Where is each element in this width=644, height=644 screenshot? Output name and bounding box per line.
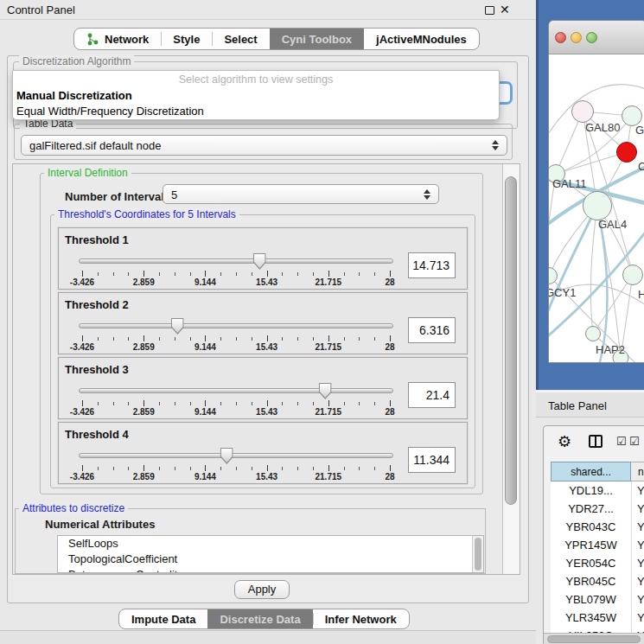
tick-mark (297, 337, 298, 341)
float-window-icon[interactable] (485, 6, 494, 15)
node-hap2[interactable] (585, 326, 601, 341)
popup-option-manual-discretization[interactable]: Manual Discretization (16, 89, 132, 102)
column-header-name[interactable]: na (631, 462, 644, 481)
tab-style[interactable]: Style (161, 29, 212, 49)
tick-mark (328, 465, 329, 471)
slider-thumb[interactable] (319, 383, 332, 399)
table-row[interactable]: YBR045CYBR0 (551, 572, 644, 590)
attribute-list-item[interactable]: TopologicalCoefficient (58, 552, 483, 567)
cell-shared-name[interactable]: YBR045C (551, 572, 631, 590)
table-row[interactable]: YPR145WYPR1 (551, 536, 644, 554)
tick-label: 28 (385, 472, 394, 481)
threshold-4-slider[interactable]: -3.4262.8599.14415.4321.71528 (79, 448, 393, 481)
table-panel-titlebar: Table Panel (536, 391, 644, 418)
cell-shared-name[interactable]: YDR27... (551, 500, 631, 518)
cell-name[interactable]: YPR1 (631, 536, 644, 554)
tick-label: 21.715 (316, 407, 342, 417)
tab-infer-network[interactable]: Infer Network (313, 609, 409, 628)
close-icon[interactable]: ✕ (500, 3, 510, 16)
threshold-4-value-field[interactable] (408, 447, 456, 473)
popup-option-equal-width-frequency[interactable]: Equal Width/Frequency Discretization (16, 105, 204, 118)
number-of-intervals-combo[interactable]: 5 (163, 184, 439, 204)
cell-name[interactable]: YBR0 (631, 518, 644, 536)
tab-impute-data[interactable]: Impute Data (119, 609, 207, 628)
columns-icon[interactable] (589, 435, 603, 448)
scrollbar-thumb[interactable] (547, 635, 641, 643)
apply-button[interactable]: Apply (234, 580, 290, 599)
cell-shared-name[interactable]: YLR345W (551, 609, 631, 627)
table-row[interactable]: YDL19...YDL1 (551, 481, 644, 500)
column-header-shared-name[interactable]: shared... (551, 462, 631, 481)
gear-icon[interactable]: ⚙ (558, 432, 571, 451)
threshold-1-value-field[interactable] (408, 252, 456, 278)
tab-style-label: Style (173, 33, 200, 46)
tick-mark (252, 272, 252, 276)
table-row[interactable]: YDR27...YDR2 (551, 500, 644, 518)
cell-name[interactable]: YBL0 (631, 590, 644, 609)
tab-impute-data-label: Impute Data (131, 613, 195, 626)
numerical-attributes-list[interactable]: SelfLoopsTopologicalCoefficientBetweenne… (57, 535, 484, 573)
network-window-titlebar (549, 21, 644, 54)
attribute-list-item[interactable]: SelfLoops (58, 536, 483, 552)
tab-network[interactable]: Network (74, 29, 161, 49)
table-horizontal-scrollbar[interactable] (544, 633, 644, 644)
table-data-combo[interactable]: galFiltered.sif default node (21, 135, 507, 156)
cell-name[interactable]: YBR0 (631, 572, 644, 590)
top-tab-bar: Network Style Select Cyni Toolbox jActiv… (73, 28, 480, 50)
table-row[interactable]: YER054CYER0 (551, 554, 644, 572)
network-view-window[interactable]: GAL80 GA C GAL11 GAL4 GCY1 H HAP2 (548, 20, 644, 363)
main-vertical-scrollbar[interactable] (502, 164, 520, 574)
tick-mark (282, 337, 283, 341)
minimize-traffic-light-icon[interactable] (571, 32, 582, 43)
attribute-items: SelfLoopsTopologicalCoefficientBetweenne… (58, 536, 483, 573)
cell-name[interactable]: YLR3 (631, 609, 644, 627)
cell-shared-name[interactable]: YDL19... (551, 481, 631, 500)
slider-thumb[interactable] (171, 318, 184, 335)
cell-shared-name[interactable]: YPR145W (551, 536, 631, 554)
tab-discretize-data[interactable]: Discretize Data (207, 609, 312, 628)
tick-mark (82, 335, 83, 341)
list-vertical-scrollbar[interactable] (472, 536, 483, 572)
slider-thumb[interactable] (253, 253, 266, 270)
scrollbar-thumb[interactable] (505, 176, 517, 505)
threshold-2-value-field[interactable] (408, 317, 456, 343)
table-row[interactable]: YBL079WYBL0 (551, 590, 644, 609)
tick-label: 28 (385, 277, 394, 287)
node-selected-red[interactable] (616, 142, 637, 163)
threshold-3-value-field[interactable] (408, 382, 456, 408)
checkbox-icon[interactable]: ☑ (629, 435, 640, 448)
cell-name[interactable]: YER0 (631, 554, 644, 572)
threshold-2-slider[interactable]: -3.4262.8599.14415.4321.71528 (79, 318, 393, 351)
node-h[interactable] (622, 265, 643, 285)
threshold-3-slider[interactable]: -3.4262.8599.14415.4321.71528 (79, 383, 393, 416)
tab-jactivemnodules[interactable]: jActiveMNodules (364, 29, 479, 49)
network-canvas[interactable]: GAL80 GA C GAL11 GAL4 GCY1 H HAP2 (549, 54, 644, 363)
bottom-tab-bar: Impute Data Discretize Data Infer Networ… (118, 609, 410, 629)
cell-name[interactable]: YDR2 (631, 500, 644, 518)
cell-shared-name[interactable]: YIL052C (551, 627, 631, 633)
cell-shared-name[interactable]: YBR043C (551, 518, 631, 536)
cell-name[interactable]: YIL0 (631, 627, 644, 633)
node-gal80[interactable] (571, 100, 594, 123)
table-row[interactable]: YIL052CYIL0 (551, 627, 644, 633)
zoom-traffic-light-icon[interactable] (586, 32, 597, 43)
checkbox-icon[interactable]: ☑ (616, 435, 627, 448)
threshold-1-slider[interactable]: -3.4262.8599.14415.4321.71528 (79, 253, 393, 286)
tick-mark (344, 467, 345, 470)
cell-name[interactable]: YDL1 (631, 481, 644, 500)
table-row[interactable]: YBR043CYBR0 (551, 518, 644, 536)
cell-shared-name[interactable]: YER054C (551, 554, 631, 572)
tab-select[interactable]: Select (212, 29, 269, 49)
slider-thumb[interactable] (220, 448, 233, 464)
table-row[interactable]: YLR345WYLR3 (551, 609, 644, 627)
tick-label: -3.426 (70, 472, 94, 481)
cell-shared-name[interactable]: YBL079W (551, 590, 631, 609)
node-gal4[interactable] (583, 191, 612, 220)
tick-mark (328, 271, 329, 277)
scrollbar-thumb[interactable] (475, 538, 481, 571)
tick-label: 2.859 (133, 407, 155, 417)
close-traffic-light-icon[interactable] (555, 32, 566, 43)
tab-cyni-toolbox[interactable]: Cyni Toolbox (270, 29, 364, 49)
attribute-list-item[interactable]: BetweennessCentrality (58, 567, 483, 573)
tick-label: 21.715 (316, 472, 342, 481)
